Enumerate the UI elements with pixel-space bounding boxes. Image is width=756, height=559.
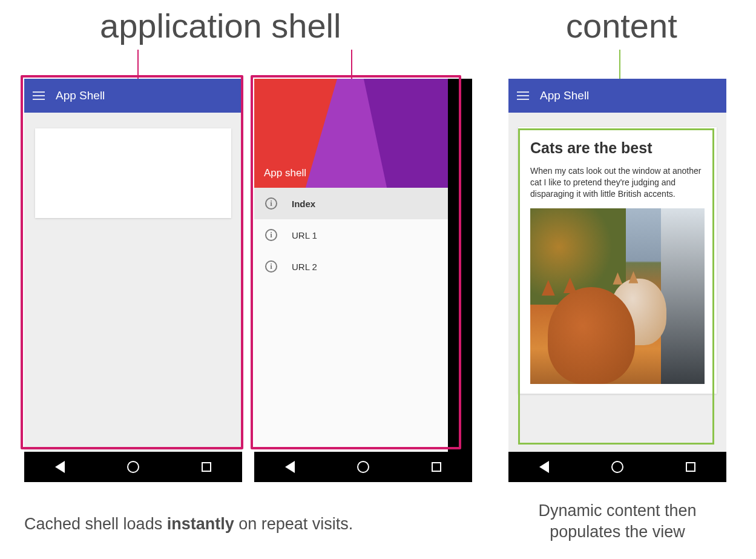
info-icon: i <box>265 229 277 241</box>
drawer-list: i Index i URL 1 i URL 2 <box>254 188 448 282</box>
phone-frame-drawer: App shell i Index i URL 1 i URL 2 <box>254 79 472 491</box>
caption-content: Dynamic content then populates the view <box>508 500 726 543</box>
info-icon: i <box>265 197 277 210</box>
nav-home-icon[interactable] <box>611 461 623 473</box>
app-body: App shell i Index i URL 1 i URL 2 <box>254 79 472 452</box>
connector-line <box>137 50 139 79</box>
nav-recent-icon[interactable] <box>202 462 211 472</box>
drawer-item-label: Index <box>292 199 315 209</box>
appbar-title: App Shell <box>540 89 589 102</box>
placeholder-card <box>35 128 231 218</box>
nav-recent-icon[interactable] <box>686 462 695 472</box>
nav-drawer: App shell i Index i URL 1 i URL 2 <box>254 79 448 452</box>
hamburger-icon[interactable] <box>33 91 45 100</box>
app-bar: App Shell <box>24 79 242 113</box>
nav-recent-icon[interactable] <box>432 462 441 472</box>
phone-frame-shell-empty: App Shell <box>24 79 242 491</box>
label-application-shell: application shell <box>100 6 341 45</box>
caption-shell: Cached shell loads instantly on repeat v… <box>24 515 353 534</box>
app-body <box>24 113 242 452</box>
drawer-item-label: URL 2 <box>292 262 317 272</box>
android-nav-bar <box>24 452 242 482</box>
drawer-item-index[interactable]: i Index <box>254 188 448 219</box>
drawer-item-url2[interactable]: i URL 2 <box>254 251 448 282</box>
drawer-item-url1[interactable]: i URL 1 <box>254 219 448 251</box>
connector-line <box>351 50 352 79</box>
drawer-header: App shell <box>254 79 448 188</box>
nav-back-icon[interactable] <box>539 461 549 473</box>
nav-home-icon[interactable] <box>127 461 139 473</box>
android-nav-bar <box>508 452 726 482</box>
content-outline-box <box>518 128 714 445</box>
info-icon: i <box>265 260 277 273</box>
nav-back-icon[interactable] <box>55 461 65 473</box>
appbar-title: App Shell <box>56 89 105 102</box>
drawer-header-title: App shell <box>264 167 306 179</box>
label-content: content <box>566 6 677 45</box>
drawer-item-label: URL 1 <box>292 230 317 240</box>
nav-home-icon[interactable] <box>357 461 369 473</box>
app-bar: App Shell <box>508 79 726 113</box>
android-nav-bar <box>254 452 472 482</box>
hamburger-icon[interactable] <box>517 91 529 100</box>
nav-back-icon[interactable] <box>285 461 295 473</box>
